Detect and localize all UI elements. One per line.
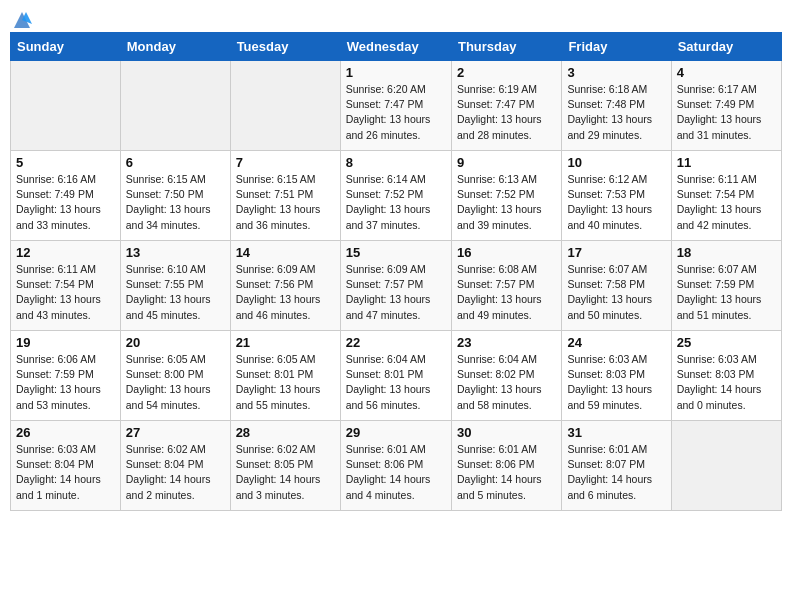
day-info: Sunrise: 6:01 AM Sunset: 8:06 PM Dayligh… [457, 442, 556, 503]
day-info: Sunrise: 6:06 AM Sunset: 7:59 PM Dayligh… [16, 352, 115, 413]
day-number: 4 [677, 65, 776, 80]
day-number: 31 [567, 425, 665, 440]
calendar-day-25: 25Sunrise: 6:03 AM Sunset: 8:03 PM Dayli… [671, 331, 781, 421]
calendar-day-19: 19Sunrise: 6:06 AM Sunset: 7:59 PM Dayli… [11, 331, 121, 421]
calendar-day-22: 22Sunrise: 6:04 AM Sunset: 8:01 PM Dayli… [340, 331, 451, 421]
calendar-day-30: 30Sunrise: 6:01 AM Sunset: 8:06 PM Dayli… [451, 421, 561, 511]
calendar-day-9: 9Sunrise: 6:13 AM Sunset: 7:52 PM Daylig… [451, 151, 561, 241]
calendar-header-saturday: Saturday [671, 33, 781, 61]
calendar-day-31: 31Sunrise: 6:01 AM Sunset: 8:07 PM Dayli… [562, 421, 671, 511]
calendar-header-wednesday: Wednesday [340, 33, 451, 61]
calendar-day-24: 24Sunrise: 6:03 AM Sunset: 8:03 PM Dayli… [562, 331, 671, 421]
day-info: Sunrise: 6:03 AM Sunset: 8:04 PM Dayligh… [16, 442, 115, 503]
calendar-day-20: 20Sunrise: 6:05 AM Sunset: 8:00 PM Dayli… [120, 331, 230, 421]
day-number: 14 [236, 245, 335, 260]
calendar-day-26: 26Sunrise: 6:03 AM Sunset: 8:04 PM Dayli… [11, 421, 121, 511]
day-number: 30 [457, 425, 556, 440]
calendar-day-16: 16Sunrise: 6:08 AM Sunset: 7:57 PM Dayli… [451, 241, 561, 331]
day-number: 7 [236, 155, 335, 170]
day-info: Sunrise: 6:05 AM Sunset: 8:00 PM Dayligh… [126, 352, 225, 413]
calendar-day-28: 28Sunrise: 6:02 AM Sunset: 8:05 PM Dayli… [230, 421, 340, 511]
day-info: Sunrise: 6:08 AM Sunset: 7:57 PM Dayligh… [457, 262, 556, 323]
calendar-header-monday: Monday [120, 33, 230, 61]
day-number: 6 [126, 155, 225, 170]
day-number: 13 [126, 245, 225, 260]
day-number: 29 [346, 425, 446, 440]
day-number: 16 [457, 245, 556, 260]
calendar-day-17: 17Sunrise: 6:07 AM Sunset: 7:58 PM Dayli… [562, 241, 671, 331]
calendar-empty-cell [11, 61, 121, 151]
day-info: Sunrise: 6:01 AM Sunset: 8:07 PM Dayligh… [567, 442, 665, 503]
day-number: 25 [677, 335, 776, 350]
day-number: 24 [567, 335, 665, 350]
calendar: SundayMondayTuesdayWednesdayThursdayFrid… [10, 32, 782, 511]
calendar-empty-cell [120, 61, 230, 151]
calendar-day-2: 2Sunrise: 6:19 AM Sunset: 7:47 PM Daylig… [451, 61, 561, 151]
calendar-header-friday: Friday [562, 33, 671, 61]
calendar-day-11: 11Sunrise: 6:11 AM Sunset: 7:54 PM Dayli… [671, 151, 781, 241]
day-info: Sunrise: 6:13 AM Sunset: 7:52 PM Dayligh… [457, 172, 556, 233]
day-info: Sunrise: 6:19 AM Sunset: 7:47 PM Dayligh… [457, 82, 556, 143]
day-info: Sunrise: 6:04 AM Sunset: 8:02 PM Dayligh… [457, 352, 556, 413]
calendar-week-4: 19Sunrise: 6:06 AM Sunset: 7:59 PM Dayli… [11, 331, 782, 421]
day-info: Sunrise: 6:07 AM Sunset: 7:58 PM Dayligh… [567, 262, 665, 323]
day-info: Sunrise: 6:04 AM Sunset: 8:01 PM Dayligh… [346, 352, 446, 413]
day-number: 3 [567, 65, 665, 80]
calendar-header-thursday: Thursday [451, 33, 561, 61]
day-number: 23 [457, 335, 556, 350]
day-info: Sunrise: 6:15 AM Sunset: 7:51 PM Dayligh… [236, 172, 335, 233]
calendar-week-3: 12Sunrise: 6:11 AM Sunset: 7:54 PM Dayli… [11, 241, 782, 331]
day-info: Sunrise: 6:02 AM Sunset: 8:04 PM Dayligh… [126, 442, 225, 503]
calendar-header-tuesday: Tuesday [230, 33, 340, 61]
day-number: 2 [457, 65, 556, 80]
calendar-day-5: 5Sunrise: 6:16 AM Sunset: 7:49 PM Daylig… [11, 151, 121, 241]
logo-icon [12, 10, 32, 30]
day-info: Sunrise: 6:11 AM Sunset: 7:54 PM Dayligh… [16, 262, 115, 323]
calendar-day-15: 15Sunrise: 6:09 AM Sunset: 7:57 PM Dayli… [340, 241, 451, 331]
calendar-day-12: 12Sunrise: 6:11 AM Sunset: 7:54 PM Dayli… [11, 241, 121, 331]
day-info: Sunrise: 6:09 AM Sunset: 7:56 PM Dayligh… [236, 262, 335, 323]
day-info: Sunrise: 6:07 AM Sunset: 7:59 PM Dayligh… [677, 262, 776, 323]
calendar-header-row: SundayMondayTuesdayWednesdayThursdayFrid… [11, 33, 782, 61]
day-info: Sunrise: 6:02 AM Sunset: 8:05 PM Dayligh… [236, 442, 335, 503]
calendar-day-8: 8Sunrise: 6:14 AM Sunset: 7:52 PM Daylig… [340, 151, 451, 241]
day-number: 21 [236, 335, 335, 350]
day-info: Sunrise: 6:15 AM Sunset: 7:50 PM Dayligh… [126, 172, 225, 233]
calendar-day-1: 1Sunrise: 6:20 AM Sunset: 7:47 PM Daylig… [340, 61, 451, 151]
calendar-day-23: 23Sunrise: 6:04 AM Sunset: 8:02 PM Dayli… [451, 331, 561, 421]
day-number: 11 [677, 155, 776, 170]
day-info: Sunrise: 6:18 AM Sunset: 7:48 PM Dayligh… [567, 82, 665, 143]
day-number: 27 [126, 425, 225, 440]
calendar-week-2: 5Sunrise: 6:16 AM Sunset: 7:49 PM Daylig… [11, 151, 782, 241]
calendar-day-6: 6Sunrise: 6:15 AM Sunset: 7:50 PM Daylig… [120, 151, 230, 241]
day-info: Sunrise: 6:01 AM Sunset: 8:06 PM Dayligh… [346, 442, 446, 503]
day-info: Sunrise: 6:20 AM Sunset: 7:47 PM Dayligh… [346, 82, 446, 143]
day-info: Sunrise: 6:10 AM Sunset: 7:55 PM Dayligh… [126, 262, 225, 323]
day-info: Sunrise: 6:09 AM Sunset: 7:57 PM Dayligh… [346, 262, 446, 323]
calendar-week-1: 1Sunrise: 6:20 AM Sunset: 7:47 PM Daylig… [11, 61, 782, 151]
day-number: 9 [457, 155, 556, 170]
day-info: Sunrise: 6:12 AM Sunset: 7:53 PM Dayligh… [567, 172, 665, 233]
day-info: Sunrise: 6:11 AM Sunset: 7:54 PM Dayligh… [677, 172, 776, 233]
day-info: Sunrise: 6:14 AM Sunset: 7:52 PM Dayligh… [346, 172, 446, 233]
day-number: 17 [567, 245, 665, 260]
day-info: Sunrise: 6:17 AM Sunset: 7:49 PM Dayligh… [677, 82, 776, 143]
logo [10, 10, 32, 26]
calendar-day-14: 14Sunrise: 6:09 AM Sunset: 7:56 PM Dayli… [230, 241, 340, 331]
calendar-empty-cell [230, 61, 340, 151]
day-info: Sunrise: 6:16 AM Sunset: 7:49 PM Dayligh… [16, 172, 115, 233]
day-number: 8 [346, 155, 446, 170]
calendar-day-27: 27Sunrise: 6:02 AM Sunset: 8:04 PM Dayli… [120, 421, 230, 511]
day-number: 10 [567, 155, 665, 170]
day-number: 18 [677, 245, 776, 260]
day-number: 15 [346, 245, 446, 260]
day-info: Sunrise: 6:03 AM Sunset: 8:03 PM Dayligh… [567, 352, 665, 413]
day-number: 12 [16, 245, 115, 260]
day-number: 22 [346, 335, 446, 350]
day-number: 28 [236, 425, 335, 440]
calendar-empty-cell [671, 421, 781, 511]
calendar-day-4: 4Sunrise: 6:17 AM Sunset: 7:49 PM Daylig… [671, 61, 781, 151]
calendar-header-sunday: Sunday [11, 33, 121, 61]
calendar-day-18: 18Sunrise: 6:07 AM Sunset: 7:59 PM Dayli… [671, 241, 781, 331]
day-number: 26 [16, 425, 115, 440]
